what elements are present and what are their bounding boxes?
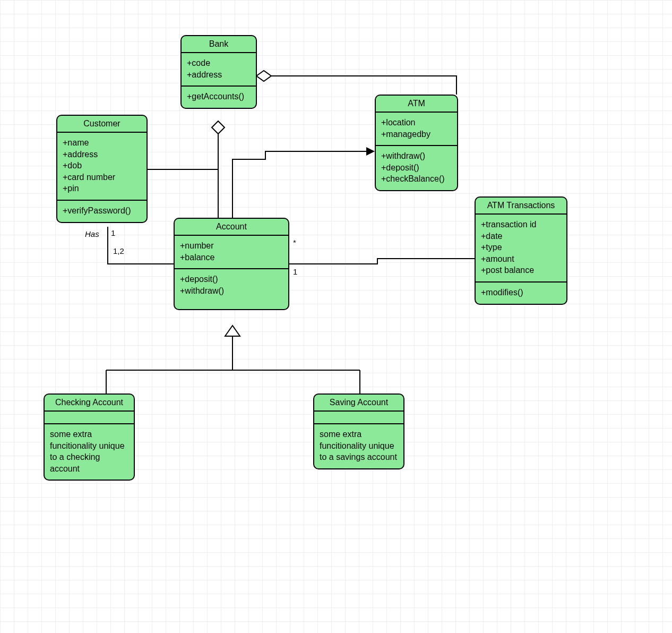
class-customer-attrs: +name +address +dob +card number +pin — [57, 133, 147, 200]
aggregation-diamond-bank-account — [212, 121, 225, 134]
class-account[interactable]: Account +number +balance +deposit() +wit… — [174, 218, 289, 310]
edge-customer-account — [108, 227, 174, 264]
class-customer[interactable]: Customer +name +address +dob +card numbe… — [56, 115, 148, 223]
class-checking-attrs — [45, 412, 134, 423]
class-bank[interactable]: Bank +code +address +getAccounts() — [180, 35, 257, 109]
class-checking-title: Checking Account — [45, 395, 134, 410]
inheritance-triangle — [225, 326, 240, 336]
arrowhead-account-atm — [366, 147, 375, 156]
class-saving-methods: some extra funcitionality unique to a sa… — [314, 424, 403, 468]
edge-bank-atm — [264, 76, 456, 95]
class-checking-methods: some extra funcitionality unique to a ch… — [45, 424, 134, 480]
label-one-left: 1 — [111, 228, 115, 237]
class-bank-methods: +getAccounts() — [182, 87, 256, 108]
class-saving[interactable]: Saving Account some extra funcitionality… — [313, 394, 404, 469]
label-one-right: 1 — [293, 267, 297, 276]
edge-account-atm — [232, 151, 366, 218]
class-customer-title: Customer — [57, 116, 147, 132]
label-one-two: 1,2 — [113, 246, 124, 255]
label-has: Has — [85, 229, 99, 238]
class-bank-title: Bank — [182, 36, 256, 52]
connectors-layer — [0, 0, 672, 633]
class-account-title: Account — [175, 219, 288, 235]
class-account-methods: +deposit() +withdraw() — [175, 269, 288, 309]
class-atm-attrs: +location +managedby — [376, 113, 457, 145]
class-atm-transactions-methods: +modifies() — [476, 283, 566, 304]
class-atm-transactions[interactable]: ATM Transactions +transaction id +date +… — [475, 196, 567, 305]
class-atm-transactions-attrs: +transaction id +date +type +amount +pos… — [476, 215, 566, 281]
edge-account-transactions — [289, 259, 475, 264]
class-saving-attrs — [314, 412, 403, 423]
label-star: * — [293, 238, 296, 247]
grid-background — [0, 0, 672, 633]
class-atm[interactable]: ATM +location +managedby +withdraw() +de… — [375, 95, 458, 191]
class-atm-methods: +withdraw() +deposit() +checkBalance() — [376, 146, 457, 190]
aggregation-diamond-bank-atm — [256, 71, 271, 81]
class-customer-methods: +verifyPassword() — [57, 201, 147, 222]
class-atm-title: ATM — [376, 96, 457, 112]
class-checking[interactable]: Checking Account some extra funcitionali… — [44, 394, 135, 481]
class-atm-transactions-title: ATM Transactions — [476, 198, 566, 213]
class-saving-title: Saving Account — [314, 395, 403, 410]
class-account-attrs: +number +balance — [175, 236, 288, 268]
class-bank-attrs: +code +address — [182, 53, 256, 85]
